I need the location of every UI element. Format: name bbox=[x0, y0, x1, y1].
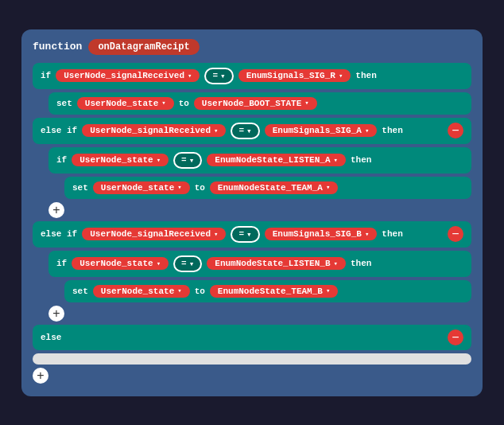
plus-row-1: + bbox=[48, 202, 471, 218]
state-pill-4[interactable]: UserNode_state ▾ bbox=[72, 257, 169, 270]
eq-op-3[interactable]: = ▾ bbox=[173, 152, 202, 169]
else-if-row-1: else if UserNode_signalReceived ▾ = ▾ En… bbox=[33, 118, 471, 144]
eq-op-4[interactable]: = ▾ bbox=[231, 226, 259, 243]
value-pill-2[interactable]: EnumSignals_SIG_A ▾ bbox=[265, 124, 378, 137]
signal-pill-1[interactable]: UserNode_signalReceived ▾ bbox=[56, 69, 200, 82]
function-keyword: function bbox=[33, 41, 82, 53]
if-nested-row-1: if UserNode_state ▾ = ▾ EnumNodeState_LI… bbox=[48, 147, 471, 174]
state-pill-2[interactable]: UserNode_state ▾ bbox=[72, 154, 169, 166]
team-a-pill[interactable]: EnumNodeState_TEAM_A ▾ bbox=[210, 181, 338, 194]
if-keyword-nested-1: if bbox=[56, 155, 67, 165]
plus-button-final[interactable]: + bbox=[33, 368, 48, 384]
then-2: then bbox=[382, 126, 402, 135]
value-pill-1[interactable]: EnumSignals_SIG_R ▾ bbox=[238, 69, 351, 82]
set-keyword-2: set bbox=[72, 183, 88, 193]
then-5: then bbox=[351, 259, 371, 268]
eq-op-1[interactable]: = ▾ bbox=[204, 68, 233, 84]
state-pill-3[interactable]: UserNode_state ▾ bbox=[93, 181, 190, 194]
set-row-2: set UserNode_state ▾ to EnumNodeState_TE… bbox=[64, 177, 471, 199]
listen-b-pill[interactable]: EnumNodeState_LISTEN_B ▾ bbox=[207, 257, 346, 270]
then-4: then bbox=[382, 229, 402, 239]
set-row-3: set UserNode_state ▾ to EnumNodeState_TE… bbox=[64, 280, 471, 302]
if-keyword-1: if bbox=[41, 71, 51, 80]
plus-button-2[interactable]: + bbox=[48, 306, 64, 322]
value-pill-3[interactable]: EnumSignals_SIG_B ▾ bbox=[265, 228, 378, 240]
set-keyword-3: set bbox=[72, 287, 88, 296]
minus-button-3[interactable]: − bbox=[448, 329, 463, 345]
set-row-1: set UserNode_state ▾ to UserNode_BOOT_ST… bbox=[48, 92, 471, 115]
function-block: function onDatagramRecipt if UserNode_si… bbox=[21, 29, 483, 396]
set-keyword-1: set bbox=[56, 99, 72, 108]
then-1: then bbox=[355, 71, 376, 80]
eq-op-5[interactable]: = ▾ bbox=[173, 255, 202, 272]
if-keyword-nested-2: if bbox=[56, 259, 67, 268]
if-nested-row-2: if UserNode_state ▾ = ▾ EnumNodeState_LI… bbox=[48, 251, 471, 277]
signal-pill-3[interactable]: UserNode_signalReceived ▾ bbox=[82, 228, 226, 240]
eq-op-2[interactable]: = ▾ bbox=[231, 123, 259, 139]
plus-row-2: + bbox=[48, 306, 471, 322]
if-row-1: if UserNode_signalReceived ▾ = ▾ EnumSig… bbox=[33, 63, 471, 89]
else-if-keyword-1: else if bbox=[41, 126, 77, 135]
minus-button-2[interactable]: − bbox=[448, 226, 463, 242]
else-keyword: else bbox=[41, 333, 61, 342]
to-keyword-3: to bbox=[195, 287, 205, 296]
signal-pill-2[interactable]: UserNode_signalReceived ▾ bbox=[82, 124, 226, 137]
listen-a-pill[interactable]: EnumNodeState_LISTEN_A ▾ bbox=[207, 154, 346, 166]
to-keyword-1: to bbox=[179, 99, 189, 108]
state-pill-1[interactable]: UserNode_state ▾ bbox=[77, 97, 174, 110]
then-3: then bbox=[351, 155, 371, 165]
else-if-row-2: else if UserNode_signalReceived ▾ = ▾ En… bbox=[33, 221, 471, 248]
white-placeholder bbox=[33, 353, 471, 365]
function-header: function onDatagramRecipt bbox=[33, 39, 471, 55]
function-name-badge[interactable]: onDatagramRecipt bbox=[88, 39, 199, 55]
else-if-keyword-2: else if bbox=[41, 229, 77, 239]
state-pill-5[interactable]: UserNode_state ▾ bbox=[93, 285, 190, 298]
minus-button-1[interactable]: − bbox=[448, 123, 463, 138]
else-row: else − bbox=[33, 325, 471, 350]
team-b-pill[interactable]: EnumNodeState_TEAM_B ▾ bbox=[210, 285, 338, 298]
plus-button-1[interactable]: + bbox=[48, 202, 64, 218]
boot-state-pill[interactable]: UserNode_BOOT_STATE ▾ bbox=[194, 97, 317, 110]
to-keyword-2: to bbox=[195, 183, 205, 193]
